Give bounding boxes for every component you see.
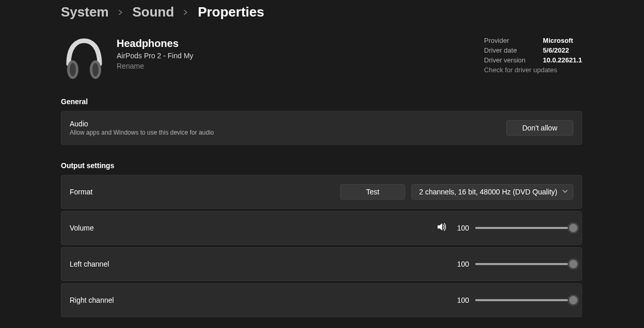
right-channel-value: 100 xyxy=(454,296,469,304)
svg-point-3 xyxy=(92,63,99,76)
breadcrumb-system[interactable]: System xyxy=(61,4,109,20)
volume-value: 100 xyxy=(454,224,469,232)
format-label: Format xyxy=(70,188,92,196)
rename-link[interactable]: Rename xyxy=(117,62,194,70)
driver-date-label: Driver date xyxy=(484,45,529,55)
audio-title: Audio xyxy=(70,120,214,128)
audio-subtitle: Allow apps and Windows to use this devic… xyxy=(70,129,214,136)
speaker-icon[interactable] xyxy=(436,221,447,235)
volume-card: Volume 100 xyxy=(61,211,582,245)
driver-version-value: 10.0.22621.1 xyxy=(543,55,582,65)
svg-point-1 xyxy=(70,63,76,76)
device-header: Headphones AirPods Pro 2 - Find My Renam… xyxy=(61,36,194,82)
chevron-down-icon xyxy=(562,189,568,195)
left-channel-slider[interactable] xyxy=(475,263,573,265)
breadcrumb: System Sound Properties xyxy=(61,4,582,20)
right-channel-label: Right channel xyxy=(70,296,114,304)
volume-slider[interactable] xyxy=(475,227,573,229)
left-channel-label: Left channel xyxy=(70,260,109,268)
audio-allow-card: Audio Allow apps and Windows to use this… xyxy=(61,111,582,145)
device-subtitle: AirPods Pro 2 - Find My xyxy=(117,52,194,60)
check-driver-updates-link[interactable]: Check for driver updates xyxy=(484,66,582,74)
output-settings-header: Output settings xyxy=(61,161,582,170)
driver-info: Provider Microsoft Driver date 5/6/2022 … xyxy=(484,36,582,74)
driver-date-value: 5/6/2022 xyxy=(543,45,569,55)
driver-version-label: Driver version xyxy=(484,55,529,65)
device-title: Headphones xyxy=(117,38,194,50)
left-channel-value: 100 xyxy=(454,260,469,268)
format-select[interactable]: 2 channels, 16 bit, 48000 Hz (DVD Qualit… xyxy=(411,184,573,200)
driver-provider-label: Provider xyxy=(484,36,529,45)
breadcrumb-properties: Properties xyxy=(198,4,264,20)
volume-label: Volume xyxy=(70,224,94,232)
general-section-header: General xyxy=(61,97,582,106)
dont-allow-button[interactable]: Don't allow xyxy=(506,120,573,136)
format-select-value: 2 channels, 16 bit, 48000 Hz (DVD Qualit… xyxy=(419,188,557,196)
format-card: Format Test 2 channels, 16 bit, 48000 Hz… xyxy=(61,175,582,209)
breadcrumb-sound[interactable]: Sound xyxy=(133,4,174,20)
chevron-right-icon xyxy=(118,8,123,17)
headphones-icon xyxy=(61,36,107,82)
driver-provider-value: Microsoft xyxy=(543,36,573,45)
left-channel-card: Left channel 100 xyxy=(61,247,582,281)
right-channel-card: Right channel 100 xyxy=(61,283,582,317)
test-button[interactable]: Test xyxy=(340,184,405,200)
right-channel-slider[interactable] xyxy=(475,299,573,301)
chevron-right-icon xyxy=(183,8,188,17)
